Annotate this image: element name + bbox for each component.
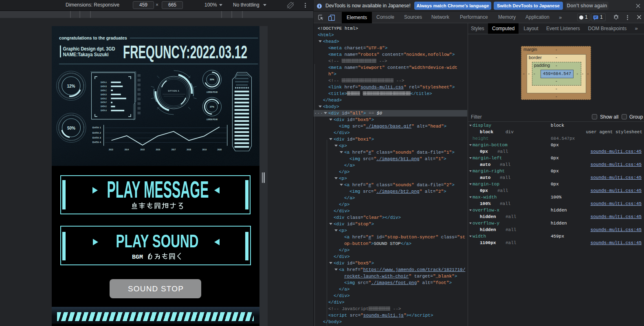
svg-text:BGM: BGM	[132, 254, 143, 261]
